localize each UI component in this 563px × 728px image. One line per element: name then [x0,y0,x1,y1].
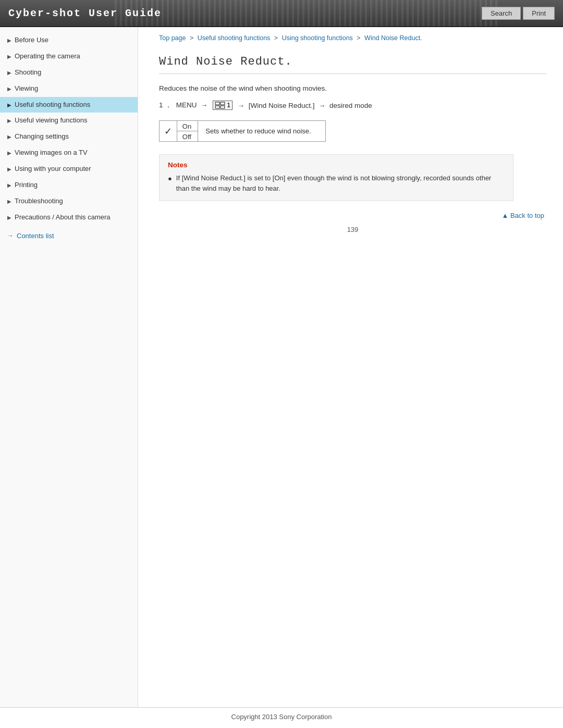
breadcrumb-current[interactable]: Wind Noise Reduct. [364,34,422,42]
footer: Copyright 2013 Sony Corporation [0,707,563,726]
sidebar-item-using-computer[interactable]: ▶ Using with your computer [0,161,138,177]
page-description: Reduces the noise of the wind when shoot… [159,84,546,92]
breadcrumb-useful-shooting[interactable]: Useful shooting functions [198,34,271,42]
table-row-on: ✓ On Sets whether to reduce wind noise. [160,121,326,131]
header-buttons: Search Print [482,7,555,20]
sidebar-item-before-use[interactable]: ▶ Before Use [0,32,138,48]
header: Cyber-shot User Guide Search Print [0,0,563,27]
step-prefix: 1 ． MENU → [159,101,210,110]
chevron-right-icon: ▶ [7,150,11,156]
notes-text-1: If [Wind Noise Reduct.] is set to [On] e… [176,173,505,193]
main-layout: ▶ Before Use ▶ Operating the camera ▶ Sh… [0,27,563,707]
notes-item-1: ● If [Wind Noise Reduct.] is set to [On]… [168,173,505,193]
sidebar-item-viewing-tv[interactable]: ▶ Viewing images on a TV [0,145,138,161]
chevron-right-icon: ▶ [7,166,11,172]
checkmark-cell: ✓ [160,121,177,142]
bullet-icon: ● [168,174,172,184]
copyright-text: Copyright 2013 Sony Corporation [231,713,332,721]
sidebar-item-useful-viewing[interactable]: ▶ Useful viewing functions [0,113,138,129]
sidebar-item-viewing[interactable]: ▶ Viewing [0,81,138,97]
print-button[interactable]: Print [523,7,555,20]
chevron-right-icon: ▶ [7,85,11,92]
chevron-right-icon: ▶ [7,117,11,124]
menu-camera-icon: 1 [213,101,232,110]
svg-rect-0 [215,102,219,105]
step-middle: → [Wind Noise Reduct.] → desired mode [236,102,372,109]
sidebar: ▶ Before Use ▶ Operating the camera ▶ Sh… [0,27,138,707]
breadcrumb-top[interactable]: Top page [159,34,186,42]
sidebar-item-operating[interactable]: ▶ Operating the camera [0,48,138,65]
sidebar-item-troubleshooting[interactable]: ▶ Troubleshooting [0,193,138,209]
notes-section: Notes ● If [Wind Noise Reduct.] is set t… [159,154,513,201]
option-description: Sets whether to reduce wind noise. [198,121,326,142]
chevron-right-icon: ▶ [7,102,11,108]
option-on: On [177,121,198,131]
sidebar-item-precautions[interactable]: ▶ Precautions / About this camera [0,209,138,226]
chevron-right-icon: ▶ [7,182,11,189]
sidebar-item-changing-settings[interactable]: ▶ Changing settings [0,129,138,145]
breadcrumb: Top page > Useful shooting functions > U… [159,27,546,47]
page-title: Wind Noise Reduct. [159,55,546,74]
back-to-top-link[interactable]: ▲ Back to top [501,212,544,219]
chevron-right-icon: ▶ [7,133,11,140]
option-off: Off [177,131,198,142]
contents-list-label: Contents list [17,232,54,240]
app-title: Cyber-shot User Guide [8,7,162,19]
chevron-right-icon: ▶ [7,37,11,44]
search-button[interactable]: Search [482,7,521,20]
chevron-right-icon: ▶ [7,214,11,221]
breadcrumb-using-shooting[interactable]: Using shooting functions [282,34,353,42]
main-content: Top page > Useful shooting functions > U… [138,27,563,707]
svg-rect-2 [215,106,219,108]
arrow-right-icon: → [7,232,14,239]
page-number: 139 [159,219,546,236]
sidebar-item-useful-shooting[interactable]: ▶ Useful shooting functions [0,97,138,113]
chevron-right-icon: ▶ [7,53,11,60]
notes-title: Notes [168,161,505,169]
sidebar-item-printing[interactable]: ▶ Printing [0,177,138,193]
svg-rect-1 [221,102,225,105]
step-1: 1 ． MENU → 1 → [Wind Noise Reduct.] → de… [159,101,546,110]
sidebar-item-shooting[interactable]: ▶ Shooting [0,65,138,81]
back-to-top[interactable]: ▲ Back to top [159,212,546,219]
contents-list-link[interactable]: → Contents list [0,228,138,244]
svg-rect-3 [221,106,225,108]
chevron-right-icon: ▶ [7,198,11,205]
chevron-right-icon: ▶ [7,69,11,76]
options-table: ✓ On Sets whether to reduce wind noise. … [159,120,326,142]
